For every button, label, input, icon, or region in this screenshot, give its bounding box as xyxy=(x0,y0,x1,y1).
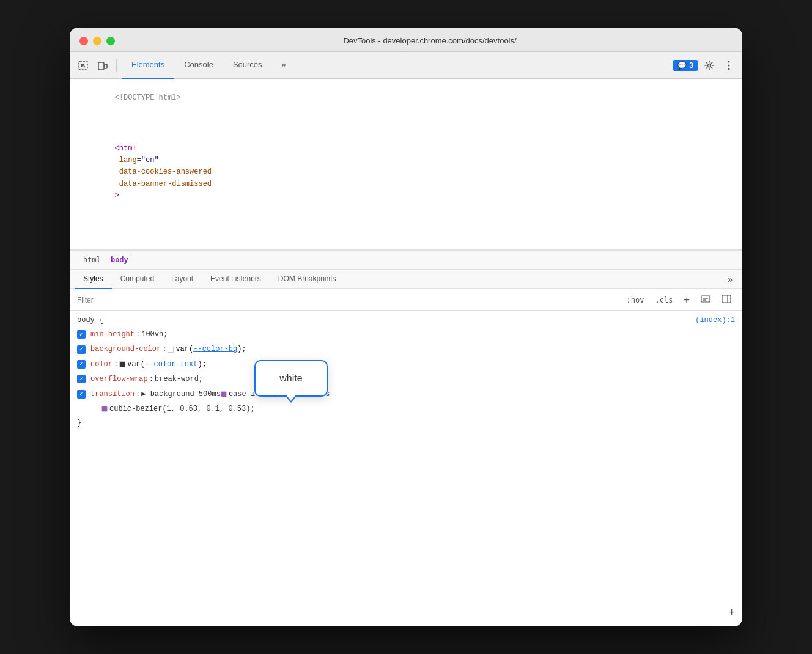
prop-name-color: color xyxy=(90,358,113,370)
device-icon[interactable] xyxy=(94,57,111,74)
tab-computed[interactable]: Computed xyxy=(112,270,163,289)
bezier-swatch[interactable] xyxy=(102,406,108,412)
rule-source[interactable]: (index):1 xyxy=(695,316,735,325)
new-rule-icon[interactable] xyxy=(697,293,714,307)
prop-value-overflow-wrap: break-word; xyxy=(155,373,203,385)
svg-rect-10 xyxy=(722,295,731,303)
css-prop-overflow-wrap: overflow-wrap : break-word; xyxy=(77,372,735,386)
devtools-toolbar: Elements Console Sources » 💬 3 xyxy=(70,52,742,79)
prop-name-min-height: min-height xyxy=(90,328,135,340)
tooltip-label: white xyxy=(279,373,302,383)
traffic-lights xyxy=(79,37,115,45)
tab-styles[interactable]: Styles xyxy=(75,270,112,289)
svg-point-6 xyxy=(728,68,730,70)
prop-name-bg-color: background-color xyxy=(90,343,161,355)
toggle-sidebar-icon[interactable] xyxy=(718,293,735,307)
more-options-icon[interactable] xyxy=(720,57,737,74)
css-closing-brace: } xyxy=(77,419,735,427)
breadcrumb: html body xyxy=(70,250,742,270)
doctype-text: <!DOCTYPE html> xyxy=(115,94,181,102)
prop-value-bezier: cubic-bezier(1, 0.63, 0.1, 0.53); xyxy=(109,403,255,415)
css-checkbox-overflow-wrap[interactable] xyxy=(77,375,86,383)
toolbar-divider xyxy=(116,59,117,72)
cls-button[interactable]: .cls xyxy=(651,295,676,306)
maximize-button[interactable] xyxy=(106,37,115,45)
css-var-link-bg[interactable]: --color-bg xyxy=(193,343,237,355)
css-checkbox-min-height[interactable] xyxy=(77,330,86,339)
breadcrumb-html[interactable]: html xyxy=(79,254,105,265)
filter-bar: :hov .cls + xyxy=(70,289,742,311)
css-checkbox-color[interactable] xyxy=(77,360,86,369)
css-checkbox-transition[interactable] xyxy=(77,390,86,399)
css-checkbox-bg-color[interactable] xyxy=(77,345,86,354)
color-swatch[interactable] xyxy=(119,361,125,367)
prop-value-transition: ▶ background 500ms xyxy=(141,388,221,400)
tab-console[interactable]: Console xyxy=(174,52,223,79)
prop-value-min-height: 100vh; xyxy=(141,328,168,340)
devtools-window: DevTools - developer.chrome.com/docs/dev… xyxy=(70,28,742,626)
tab-elements[interactable]: Elements xyxy=(122,52,174,79)
window-title: DevTools - developer.chrome.com/docs/dev… xyxy=(127,36,733,45)
css-prop-min-height: min-height : 100vh; xyxy=(77,327,735,342)
settings-icon[interactable] xyxy=(701,57,718,74)
styles-panel: Styles Computed Layout Event Listeners D… xyxy=(70,270,742,626)
inspector-icon[interactable] xyxy=(75,57,92,74)
dom-doctype-line: <!DOCTYPE html> xyxy=(70,79,742,118)
breadcrumb-body[interactable]: body xyxy=(107,254,132,265)
tooltip-popup: white xyxy=(254,360,328,396)
css-prop-color: color : var(--color-text); xyxy=(77,357,735,372)
tab-layout[interactable]: Layout xyxy=(163,270,202,289)
filter-actions: :hov .cls + xyxy=(623,293,735,307)
svg-rect-7 xyxy=(701,296,710,302)
close-button[interactable] xyxy=(79,37,88,45)
prop-name-overflow-wrap: overflow-wrap xyxy=(90,373,148,385)
notification-badge[interactable]: 💬 3 xyxy=(673,60,698,71)
tab-dom-breakpoints[interactable]: DOM Breakpoints xyxy=(270,270,345,289)
svg-rect-2 xyxy=(105,64,107,68)
svg-rect-1 xyxy=(98,62,104,70)
bg-color-swatch[interactable] xyxy=(168,347,174,353)
rule-header: body { (index):1 xyxy=(77,316,735,325)
minimize-button[interactable] xyxy=(93,37,102,45)
tab-bar: Elements Console Sources » xyxy=(122,52,670,79)
ease-swatch[interactable] xyxy=(221,391,227,397)
tab-event-listeners[interactable]: Event Listeners xyxy=(202,270,270,289)
svg-point-5 xyxy=(728,64,730,66)
tab-more[interactable]: » xyxy=(272,52,296,79)
color-tooltip: white xyxy=(254,360,328,396)
styles-tab-more[interactable]: » xyxy=(723,272,737,287)
css-var-link-color[interactable]: --color-text xyxy=(145,358,197,370)
hov-button[interactable]: :hov xyxy=(623,295,648,306)
css-prop-background-color: background-color : white var(--color-bg)… xyxy=(77,342,735,356)
dom-head-line[interactable]: ▶ <head> ··· </head> xyxy=(70,215,742,250)
toolbar-right: 💬 3 xyxy=(673,57,737,74)
css-rules: body { (index):1 min-height : 100vh; bac… xyxy=(70,311,742,626)
styles-tab-bar: Styles Computed Layout Event Listeners D… xyxy=(70,270,742,289)
title-bar: DevTools - developer.chrome.com/docs/dev… xyxy=(70,28,742,52)
css-prop-cubic-bezier: cubic-bezier(1, 0.63, 0.1, 0.53); xyxy=(77,402,735,416)
devtools-panel: Elements Console Sources » 💬 3 xyxy=(70,52,742,626)
dom-html-line[interactable]: <html lang="en" data-cookies-answered da… xyxy=(70,118,742,216)
rule-selector: body { xyxy=(77,316,103,325)
tab-sources[interactable]: Sources xyxy=(223,52,272,79)
svg-point-4 xyxy=(728,61,730,62)
css-prop-transition: transition : ▶ background 500ms ease-in-… xyxy=(77,387,735,402)
add-rule-button[interactable]: + xyxy=(728,607,735,619)
filter-input[interactable] xyxy=(77,296,618,304)
elements-panel: <!DOCTYPE html> <html lang="en" data-coo… xyxy=(70,79,742,250)
prop-name-transition: transition xyxy=(90,388,135,400)
badge-count: 3 xyxy=(689,61,693,70)
add-style-button[interactable]: + xyxy=(680,293,693,307)
svg-point-3 xyxy=(708,64,711,67)
badge-icon: 💬 xyxy=(677,61,687,70)
